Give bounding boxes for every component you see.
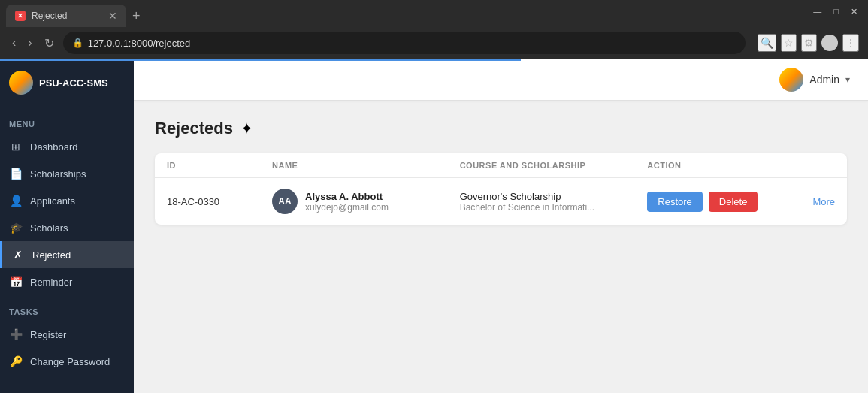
cell-name: AA Alyssa A. Abbott xulydejo@gmail.com [272, 189, 460, 214]
extensions-icon[interactable]: ⚙ [801, 34, 817, 52]
browser-toolbar-icons: 🔍 ☆ ⚙ ⋮ [758, 34, 859, 52]
back-button[interactable]: ‹ [9, 35, 19, 51]
sidebar-item-rejected[interactable]: ✗ Rejected [0, 241, 134, 268]
sidebar-item-reminder[interactable]: 📅 Reminder [0, 268, 134, 295]
col-header-action: ACTION [647, 161, 835, 170]
page-header: Rejecteds ✦ [155, 119, 847, 138]
tab-close-button[interactable]: ✕ [108, 11, 117, 21]
profile-avatar[interactable] [821, 35, 838, 51]
tab-bar: ✕ Rejected ✕ + — □ ✕ [0, 0, 868, 27]
sidebar-item-scholars[interactable]: 🎓 Scholars [0, 214, 134, 241]
sidebar-item-register[interactable]: ➕ Register [0, 321, 134, 348]
rejected-icon: ✗ [11, 248, 25, 261]
col-header-course: COURSE AND SCHOLARSHIP [460, 161, 648, 170]
applicant-name: Alyssa A. Abbott [305, 191, 389, 202]
applicant-email: xulydejo@gmail.com [305, 202, 389, 213]
close-window-button[interactable]: ✕ [846, 5, 862, 18]
tasks-section-label: Tasks [0, 295, 134, 321]
logo-icon [9, 71, 33, 95]
page-content: Rejecteds ✦ ID NAME COURSE AND SCHOLARSH… [134, 101, 868, 393]
page-title-icon: ✦ [240, 119, 253, 138]
topbar: Admin ▾ [134, 59, 868, 101]
bookmark-icon[interactable]: ☆ [781, 34, 797, 52]
tab-title: Rejected [32, 11, 102, 21]
scholars-icon: 🎓 [9, 221, 23, 234]
sidebar-label-reminder: Reminder [30, 277, 72, 288]
change-password-icon: 🔑 [9, 355, 23, 368]
topbar-user[interactable]: Admin ▾ [779, 68, 850, 92]
dashboard-icon: ⊞ [9, 140, 23, 153]
page-title: Rejecteds [155, 119, 233, 138]
col-header-name: NAME [272, 161, 460, 170]
sidebar-logo: PSU-ACC-SMS [0, 59, 134, 107]
sidebar-item-change-password[interactable]: 🔑 Change Password [0, 348, 134, 375]
sidebar-item-applicants[interactable]: 👤 Applicants [0, 187, 134, 214]
sidebar-label-scholars: Scholars [30, 222, 68, 234]
rejecteds-table: ID NAME COURSE AND SCHOLARSHIP ACTION 18… [155, 153, 847, 225]
scholarship-name: Governor's Scholarship [460, 191, 648, 202]
topbar-chevron-icon: ▾ [845, 74, 850, 85]
lock-icon: 🔒 [72, 38, 83, 48]
forward-button[interactable]: › [25, 35, 35, 51]
table-header: ID NAME COURSE AND SCHOLARSHIP ACTION [155, 153, 847, 178]
sidebar: PSU-ACC-SMS Menu ⊞ Dashboard 📄 Scholarsh… [0, 59, 134, 393]
loading-bar [0, 59, 521, 61]
search-icon[interactable]: 🔍 [758, 34, 776, 52]
cell-action: Restore Delete More [647, 192, 835, 212]
url-text: 127.0.0.1:8000/rejected [88, 38, 736, 49]
scholarships-icon: 📄 [9, 167, 23, 180]
col-header-id: ID [167, 161, 272, 170]
url-bar[interactable]: 🔒 127.0.0.1:8000/rejected [63, 32, 746, 54]
sidebar-label-dashboard: Dashboard [30, 141, 78, 153]
sidebar-label-applicants: Applicants [30, 195, 75, 207]
sidebar-label-rejected: Rejected [32, 249, 71, 261]
applicants-icon: 👤 [9, 194, 23, 207]
sidebar-label-change-password: Change Password [30, 356, 110, 367]
table-row: 18-AC-0330 AA Alyssa A. Abbott xulydejo@… [155, 178, 847, 225]
avatar: AA [272, 189, 298, 214]
main-content: Admin ▾ Rejecteds ✦ ID NAME COURSE AND S… [134, 59, 868, 393]
window-controls: — □ ✕ [809, 5, 862, 18]
active-tab[interactable]: ✕ Rejected ✕ [6, 5, 126, 27]
sidebar-item-dashboard[interactable]: ⊞ Dashboard [0, 133, 134, 160]
name-info: Alyssa A. Abbott xulydejo@gmail.com [305, 191, 389, 213]
menu-section-label: Menu [0, 107, 134, 133]
minimize-button[interactable]: — [809, 5, 826, 17]
address-bar: ‹ › ↻ 🔒 127.0.0.1:8000/rejected 🔍 ☆ ⚙ ⋮ [0, 27, 868, 59]
browser-chrome: ✕ Rejected ✕ + — □ ✕ ‹ › ↻ 🔒 127.0.0.1:8… [0, 0, 868, 59]
register-icon: ➕ [9, 328, 23, 341]
cell-course: Governor's Scholarship Bachelor of Scien… [460, 191, 648, 213]
restore-button[interactable]: Restore [647, 192, 703, 212]
maximize-button[interactable]: □ [829, 5, 843, 17]
logo-text: PSU-ACC-SMS [39, 77, 108, 89]
course-name: Bachelor of Science in Informati... [460, 202, 648, 213]
reminder-icon: 📅 [9, 275, 23, 289]
sidebar-label-scholarships: Scholarships [30, 168, 86, 180]
tab-favicon: ✕ [15, 11, 26, 21]
more-button[interactable]: More [812, 196, 835, 207]
topbar-avatar [779, 68, 803, 92]
new-tab-button[interactable]: + [132, 8, 141, 24]
cell-id: 18-AC-0330 [167, 196, 272, 207]
delete-button[interactable]: Delete [709, 192, 758, 212]
menu-icon[interactable]: ⋮ [842, 34, 859, 52]
app-container: PSU-ACC-SMS Menu ⊞ Dashboard 📄 Scholarsh… [0, 59, 868, 393]
topbar-username: Admin [809, 74, 839, 86]
sidebar-label-register: Register [30, 329, 66, 340]
sidebar-item-scholarships[interactable]: 📄 Scholarships [0, 160, 134, 187]
reload-button[interactable]: ↻ [41, 35, 57, 52]
